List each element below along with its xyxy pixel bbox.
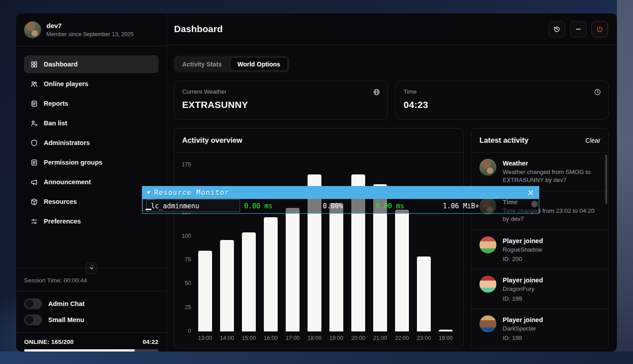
activity-detail: ID: 200	[503, 255, 599, 263]
sidebar-item-label: Reports	[44, 100, 68, 107]
toggle-row-admin-chat: Admin Chat	[24, 298, 158, 310]
sidebar-item-announcement[interactable]: Announcement	[24, 173, 158, 191]
online-progress-bar	[24, 349, 158, 352]
toggle-admin-chat[interactable]	[24, 298, 42, 309]
power-icon	[596, 25, 604, 33]
x-axis-label: 15:00	[238, 335, 260, 341]
latest-activity-card: Latest activity Clear WeatherWeather cha…	[471, 128, 609, 348]
close-icon[interactable]	[527, 189, 534, 196]
time-card: Time 04:23	[395, 81, 609, 120]
sidebar-collapse-button[interactable]	[86, 262, 97, 274]
sidebar-item-resources[interactable]: Resources	[24, 193, 158, 211]
clear-activity-button[interactable]: Clear	[586, 137, 600, 144]
sidebar-item-label: Resources	[44, 198, 77, 205]
weather-card: Current Weather EXTRASUNNY	[174, 81, 388, 120]
x-axis-label: 14:00	[216, 335, 238, 341]
resource-cpu-ms: 0.00 ms	[244, 199, 272, 213]
dashboard-grid-icon	[30, 61, 38, 68]
sidebar-item-label: Administrators	[44, 139, 90, 146]
x-axis-label: 13:00	[194, 335, 216, 341]
resource-monitor-header[interactable]: ▼ Resource Monitor	[142, 186, 539, 199]
activity-avatar	[479, 276, 496, 293]
notebook-icon	[30, 100, 38, 108]
sliders-icon	[30, 218, 38, 225]
toggle-small-menu[interactable]	[24, 314, 42, 325]
x-axis-label: 23:00	[413, 335, 435, 341]
sidebar-item-dashboard[interactable]: Dashboard	[24, 55, 158, 73]
weather-value: EXTRASUNNY	[182, 99, 387, 110]
activity-item: WeatherWeather changed from SMOG to EXTR…	[471, 153, 608, 191]
collapse-triangle-icon: ▼	[147, 190, 150, 196]
history-button[interactable]	[549, 21, 565, 37]
sidebar-item-online-players[interactable]: Online players	[24, 75, 158, 93]
chart-bar-22:00	[395, 210, 409, 331]
activity-detail: ID: 199	[503, 295, 599, 303]
sidebar-item-permission-groups[interactable]: Permission groups	[24, 153, 158, 171]
document-icon	[30, 159, 38, 166]
resource-cpu-pct: 0.00%	[323, 199, 343, 213]
activity-avatar	[479, 236, 496, 253]
activity-title: Player joined	[503, 316, 599, 323]
activity-scrollbar[interactable]	[605, 154, 607, 204]
y-axis-tick: 50	[174, 280, 191, 286]
sidebar-item-label: Ban list	[44, 120, 67, 127]
y-axis-tick: 100	[174, 233, 191, 239]
tab-activity-stats[interactable]: Activity Stats	[175, 57, 229, 71]
activity-bar-chart: 025507510012515017513:0014:0015:0016:001…	[174, 128, 463, 348]
chart-bar-23:00	[417, 256, 431, 331]
tab-world-options[interactable]: World Options	[230, 57, 288, 71]
users-icon	[30, 80, 38, 88]
x-axis-label: 17:00	[282, 335, 304, 341]
activity-detail: DragonFury	[503, 285, 599, 293]
resource-monitor-handle-dot	[531, 201, 538, 207]
y-axis-tick: 175	[174, 161, 191, 168]
sidebar-item-label: Online players	[44, 80, 88, 87]
x-axis-label: 21:00	[369, 335, 391, 341]
activity-avatar	[479, 159, 496, 176]
sidebar-toggles: Admin ChatSmall Menu	[16, 291, 167, 332]
x-axis-label: 19:00	[435, 335, 457, 341]
sidebar-item-administrators[interactable]: Administrators	[24, 134, 158, 152]
activity-title: Player joined	[503, 277, 599, 284]
latest-activity-title: Latest activity	[479, 136, 529, 145]
sidebar-item-ban-list[interactable]: Ban list	[24, 114, 158, 132]
x-axis-label: 19:00	[325, 335, 347, 341]
sidebar-user-header: dev7 Member since September 13, 2025	[16, 13, 167, 46]
toggle-label: Admin Chat	[48, 300, 84, 307]
toggle-row-small-menu: Small Menu	[24, 314, 158, 326]
megaphone-icon	[30, 178, 38, 186]
activity-item: Player joinedDragonFuryID: 199	[471, 269, 608, 309]
user-name: dev7	[46, 22, 133, 30]
minimize-button[interactable]	[570, 21, 587, 37]
activity-title: Weather	[503, 160, 599, 167]
y-axis-tick: 0	[174, 328, 191, 334]
sidebar-item-reports[interactable]: Reports	[24, 95, 158, 112]
resource-monitor-title: Resource Monitor	[154, 189, 229, 197]
chart-bar-19:00	[329, 203, 343, 331]
activity-detail: ID: 198	[503, 334, 599, 342]
activity-overview-card: Activity overview 025507510012515017513:…	[174, 128, 464, 348]
user-x-icon	[30, 120, 38, 127]
resource-monitor-overlay: ▼ Resource Monitor lc_adminmenu 0.00 ms …	[142, 186, 539, 214]
chart-bar-15:00	[242, 232, 256, 331]
sidebar-item-label: Permission groups	[44, 159, 102, 166]
user-avatar	[24, 21, 41, 38]
x-axis-label: 20:00	[347, 335, 369, 341]
chart-bar-14:00	[220, 240, 234, 331]
y-axis-tick: 25	[174, 304, 191, 310]
resource-memory: 1.06 MiB+	[443, 199, 479, 213]
weather-label: Current Weather	[182, 88, 387, 95]
power-button[interactable]	[591, 21, 608, 37]
minus-icon	[575, 25, 582, 33]
main-header: Dashboard	[167, 13, 617, 45]
y-axis-tick: 75	[174, 256, 191, 263]
activity-list: WeatherWeather changed from SMOG to EXTR…	[471, 153, 608, 348]
activity-detail: Weather changed from SMOG to EXTRASUNNY …	[503, 168, 599, 184]
chart-bar-16:00	[264, 217, 278, 331]
sidebar-item-preferences[interactable]: Preferences	[24, 212, 158, 230]
online-time: 04:22	[142, 339, 158, 345]
toggle-knob	[25, 316, 33, 324]
background-right-strip	[617, 0, 633, 364]
activity-title: Player joined	[503, 237, 599, 244]
online-progress-fill	[24, 349, 135, 352]
